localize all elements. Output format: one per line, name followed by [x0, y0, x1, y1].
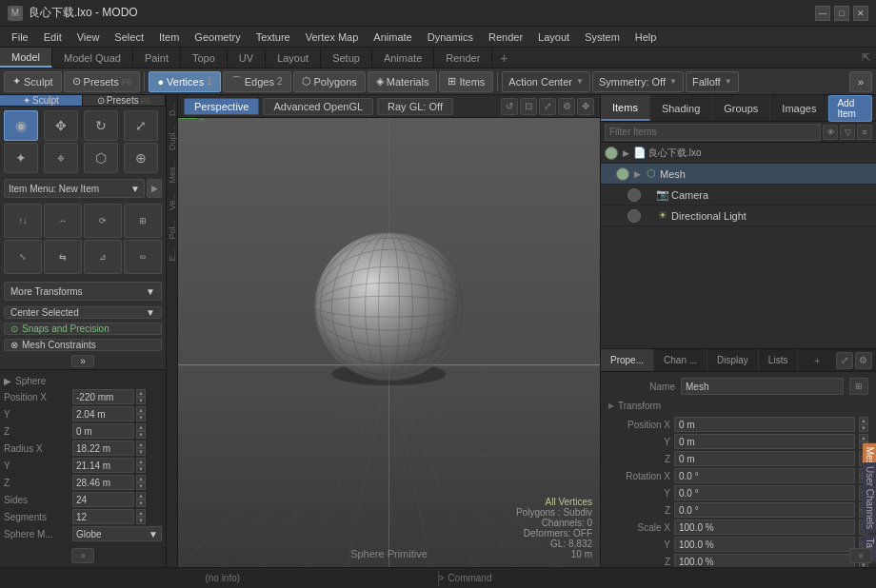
props-tab-plus[interactable]: +: [808, 353, 826, 368]
transform-btn-5[interactable]: ⤡: [4, 240, 42, 274]
item-menu-dropdown[interactable]: Item Menu: New Item ▼: [4, 179, 145, 198]
falloff-dropdown[interactable]: Falloff ▼: [686, 71, 739, 92]
transform-btn-4[interactable]: ⊞: [124, 204, 162, 238]
side-label-mes[interactable]: Mes...: [167, 156, 178, 187]
transform-btn-8[interactable]: ∞: [124, 240, 162, 274]
menu-dynamics[interactable]: Dynamics: [420, 29, 481, 45]
polygons-button[interactable]: ⬡ Polygons: [293, 71, 366, 92]
item-expand-file[interactable]: ▶: [620, 147, 631, 159]
tool-rotate[interactable]: ↻: [84, 110, 118, 141]
sphere-section[interactable]: ▶ Sphere: [4, 374, 162, 388]
tab-topo[interactable]: Topo: [181, 48, 228, 68]
menu-select[interactable]: Select: [107, 29, 151, 45]
pos-y-down[interactable]: ▼: [136, 414, 146, 421]
tab-animate[interactable]: Animate: [372, 48, 434, 68]
tab-add[interactable]: +: [492, 49, 515, 68]
vp-tab-raygl[interactable]: Ray GL: Off: [377, 98, 453, 115]
tool-move[interactable]: ✥: [44, 110, 78, 141]
left-toolbar-expand[interactable]: »: [71, 355, 94, 367]
vp-icon-3[interactable]: ⤢: [539, 98, 556, 115]
props-tab-properties[interactable]: Prope...: [601, 349, 654, 371]
center-selected-button[interactable]: Center Selected ▼: [4, 306, 162, 319]
menu-animate[interactable]: Animate: [366, 29, 419, 45]
props-expand-button[interactable]: »: [849, 548, 872, 563]
prop-scl-x-input[interactable]: [674, 519, 855, 535]
item-vis-camera[interactable]: [627, 188, 641, 202]
mesh-constraints-button[interactable]: ⊗ Mesh Constraints: [4, 339, 162, 351]
sculpt-button[interactable]: ✦ Sculpt: [4, 71, 62, 92]
items-tab-items[interactable]: Items: [601, 95, 650, 121]
prop-name-input[interactable]: [681, 378, 844, 395]
tool-edge-extend[interactable]: ⌖: [44, 143, 78, 173]
menu-system[interactable]: System: [577, 29, 627, 45]
prop-rot-z-input[interactable]: [674, 502, 855, 518]
props-tab-channels[interactable]: Chan ...: [654, 349, 707, 371]
pos-z-value[interactable]: 0 m: [72, 423, 134, 439]
tab-model[interactable]: Model: [0, 48, 52, 68]
transform-btn-7[interactable]: ⊿: [84, 240, 122, 274]
segments-down[interactable]: ▼: [136, 517, 146, 524]
prop-transform-section[interactable]: ▶ Transform: [605, 397, 872, 414]
item-vis-light[interactable]: [627, 209, 641, 223]
menu-view[interactable]: View: [70, 29, 108, 45]
sides-down[interactable]: ▼: [136, 500, 146, 507]
pos-x-up[interactable]: ▲: [136, 389, 146, 397]
segments-up[interactable]: ▲: [136, 509, 146, 517]
window-controls[interactable]: — □ ✕: [815, 6, 868, 21]
tool-loop[interactable]: ⊕: [124, 143, 158, 173]
vp-tab-advanced[interactable]: Advanced OpenGL: [263, 98, 373, 115]
rad-z-up[interactable]: ▲: [136, 475, 146, 482]
user-channels-side-tab[interactable]: User Channels: [863, 462, 876, 533]
minimize-button[interactable]: —: [815, 6, 830, 21]
vp-icon-4[interactable]: ⚙: [558, 98, 575, 115]
transform-btn-3[interactable]: ⟳: [84, 204, 122, 238]
sides-value[interactable]: 24: [72, 492, 134, 507]
items-tab-groups[interactable]: Groups: [712, 95, 770, 121]
rad-z-down[interactable]: ▼: [136, 482, 146, 490]
vertices-button[interactable]: ● Vertices 1: [149, 71, 220, 92]
presets-button[interactable]: ⊙ Presets F6: [64, 71, 141, 92]
items-icon-filter[interactable]: ▽: [840, 125, 855, 140]
rad-y-up[interactable]: ▲: [136, 458, 146, 465]
menu-edit[interactable]: Edit: [36, 29, 70, 45]
side-label-d[interactable]: D...: [167, 99, 178, 120]
menu-help[interactable]: Help: [627, 29, 665, 45]
items-icon-eye[interactable]: 👁: [823, 125, 838, 140]
transform-btn-1[interactable]: ↑↓: [4, 204, 42, 238]
item-expand-mesh[interactable]: ▶: [631, 168, 643, 180]
action-center-dropdown[interactable]: Action Center ▼: [502, 71, 590, 92]
more-transforms-button[interactable]: More Transforms ▼: [4, 282, 162, 301]
prop-rot-x-input[interactable]: [674, 468, 855, 483]
prop-scl-y-input[interactable]: [674, 537, 855, 552]
tool-element-move[interactable]: ✦: [4, 143, 38, 173]
menu-render[interactable]: Render: [481, 29, 530, 45]
rad-x-down[interactable]: ▼: [136, 448, 146, 456]
maximize-button[interactable]: □: [834, 6, 849, 21]
menu-file[interactable]: File: [4, 29, 36, 45]
edges-button[interactable]: ⌒ Edges 2: [223, 71, 291, 92]
menu-texture[interactable]: Texture: [249, 29, 298, 45]
add-item-button[interactable]: Add Item: [828, 95, 872, 122]
tool-bevel[interactable]: ⬡: [84, 143, 118, 173]
vp-icon-1[interactable]: ↺: [501, 98, 518, 115]
tab-layout[interactable]: Layout: [266, 48, 321, 68]
tab-render[interactable]: Render: [434, 48, 492, 68]
command-input[interactable]: [448, 573, 638, 583]
menu-geometry[interactable]: Geometry: [187, 29, 248, 45]
vp-icon-2[interactable]: ⊡: [520, 98, 537, 115]
pos-x-down[interactable]: ▼: [136, 397, 146, 404]
tab-setup[interactable]: Setup: [321, 48, 372, 68]
prop-name-extra[interactable]: ⊞: [849, 378, 868, 395]
transform-btn-2[interactable]: ↔: [44, 204, 82, 238]
tool-scale[interactable]: ⤢: [124, 110, 158, 141]
prop-pos-x-up[interactable]: ▲: [859, 417, 868, 424]
rad-x-up[interactable]: ▲: [136, 441, 146, 448]
segments-value[interactable]: 12: [72, 509, 134, 524]
prop-pos-y-up[interactable]: ▲: [859, 434, 868, 441]
props-tab-display[interactable]: Display: [707, 349, 759, 371]
vp-tab-perspective[interactable]: Perspective: [184, 98, 259, 115]
snaps-button[interactable]: ⊙ Snaps and Precision: [4, 323, 162, 335]
rad-y-down[interactable]: ▼: [136, 465, 146, 473]
prop-pos-x-down[interactable]: ▼: [859, 424, 868, 432]
tab-model-quad[interactable]: Model Quad: [52, 48, 133, 68]
